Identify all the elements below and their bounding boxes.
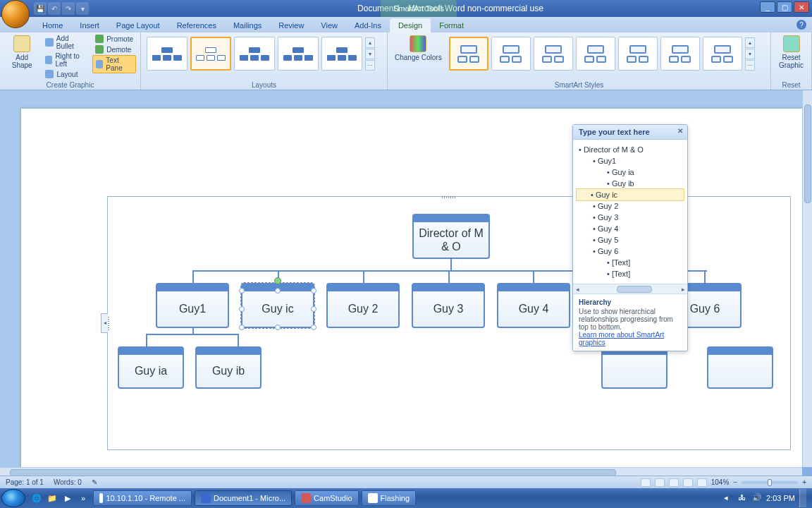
node-blank-2[interactable] — [707, 346, 773, 389]
ql-more-icon[interactable]: » — [76, 490, 90, 506]
styles-more[interactable]: ⋯ — [745, 60, 755, 71]
minimize-button[interactable]: _ — [760, 1, 775, 13]
explorer-icon[interactable]: 📁 — [45, 490, 59, 506]
zoom-thumb[interactable] — [768, 479, 772, 486]
scroll-right-icon[interactable]: ▸ — [679, 285, 687, 294]
network-icon[interactable]: 🖧 — [738, 493, 748, 503]
view-full-screen[interactable] — [655, 478, 665, 487]
office-button[interactable] — [1, 0, 30, 28]
tab-add-ins[interactable]: Add-Ins — [346, 18, 390, 32]
word-count[interactable]: Words: 0 — [54, 478, 82, 486]
task-camstudio[interactable]: CamStudio — [295, 490, 358, 506]
text-pane[interactable]: Type your text here ✕ Director of M & O … — [572, 124, 688, 351]
maximize-button[interactable]: ▢ — [777, 1, 792, 13]
layouts-scroll-down[interactable]: ▾ — [365, 49, 375, 59]
scroll-thumb[interactable] — [617, 286, 652, 293]
resize-handle[interactable] — [311, 325, 316, 330]
tray-icon[interactable]: ◂ — [724, 493, 734, 503]
style-option-7[interactable] — [703, 37, 742, 71]
demote-button[interactable]: Demote — [92, 44, 136, 54]
text-pane-item[interactable]: Guy 4 — [579, 223, 682, 234]
node-guy-ic[interactable]: Guy ic — [241, 283, 314, 328]
layout-option-5[interactable] — [321, 37, 362, 71]
resize-handle[interactable] — [311, 306, 316, 312]
hscroll-thumb[interactable] — [10, 469, 616, 476]
view-draft[interactable] — [697, 478, 707, 487]
resize-handle[interactable] — [239, 288, 245, 294]
tab-home[interactable]: Home — [34, 18, 71, 32]
resize-handle[interactable] — [275, 288, 281, 294]
text-pane-item[interactable]: Guy 2 — [579, 200, 682, 212]
task-flashing[interactable]: Flashing — [362, 490, 417, 506]
task-word[interactable]: Document1 - Micro... — [195, 490, 292, 506]
volume-icon[interactable]: 🔊 — [752, 493, 762, 503]
tab-references[interactable]: References — [168, 18, 225, 32]
view-outline[interactable] — [683, 478, 693, 487]
style-option-4[interactable] — [576, 37, 615, 71]
node-guy2[interactable]: Guy 2 — [326, 283, 400, 328]
text-pane-item[interactable]: Guy 3 — [579, 212, 682, 223]
task-remote[interactable]: 10.10.1.10 - Remote ... — [93, 490, 192, 506]
styles-scroll-up[interactable]: ▴ — [745, 37, 755, 48]
node-director[interactable]: Director of M & O — [412, 214, 490, 259]
tab-page-layout[interactable]: Page Layout — [108, 18, 168, 32]
zoom-slider[interactable] — [742, 481, 798, 484]
show-desktop[interactable] — [799, 489, 806, 507]
qat-customize-icon[interactable]: ▾ — [76, 2, 89, 15]
text-pane-item[interactable]: Guy ia — [579, 167, 682, 178]
resize-handle[interactable] — [311, 288, 316, 294]
rotation-handle[interactable] — [274, 277, 281, 284]
style-option-2[interactable] — [491, 37, 531, 71]
layouts-more[interactable]: ⋯ — [365, 60, 375, 71]
text-pane-item-selected[interactable]: Guy ic — [576, 188, 684, 201]
promote-button[interactable]: Promote — [92, 34, 136, 44]
close-button[interactable]: ✕ — [794, 1, 809, 13]
tab-format[interactable]: Format — [431, 18, 472, 32]
reset-graphic-button[interactable]: Reset Graphic — [775, 34, 807, 71]
text-pane-item[interactable]: [Text] — [579, 268, 682, 279]
node-guy3[interactable]: Guy 3 — [412, 283, 485, 328]
style-option-6[interactable] — [660, 37, 700, 71]
text-pane-item[interactable]: Guy ib — [579, 178, 682, 189]
text-pane-item[interactable]: Guy 5 — [579, 234, 682, 246]
layout-button[interactable]: Layout — [42, 69, 90, 79]
text-pane-item[interactable]: [Text] — [579, 257, 682, 268]
tab-view[interactable]: View — [312, 18, 346, 32]
smartart-canvas[interactable]: ◂ Director of M & O Guy1 Guy ic Guy 2 Gu… — [107, 196, 791, 450]
media-icon[interactable]: ▶ — [61, 490, 75, 506]
learn-more-link[interactable]: Learn more about SmartArt graphics — [579, 331, 664, 346]
add-bullet-button[interactable]: Add Bullet — [42, 34, 90, 51]
layout-option-2[interactable] — [190, 37, 231, 71]
view-print-layout[interactable] — [641, 478, 651, 487]
node-guy-ib[interactable]: Guy ib — [195, 346, 262, 389]
start-button[interactable] — [1, 489, 25, 507]
help-icon[interactable]: ? — [796, 20, 806, 30]
ie-icon[interactable]: 🌐 — [30, 490, 44, 506]
zoom-percent[interactable]: 104% — [711, 478, 730, 486]
page-indicator[interactable]: Page: 1 of 1 — [6, 478, 44, 486]
canvas-handle-top[interactable] — [442, 196, 456, 198]
vertical-scrollbar[interactable] — [802, 90, 812, 467]
resize-handle[interactable] — [239, 306, 245, 312]
text-pane-close[interactable]: ✕ — [676, 128, 684, 136]
tab-design[interactable]: Design — [390, 18, 431, 32]
text-pane-item[interactable]: Director of M & O — [579, 144, 682, 155]
add-shape-button[interactable]: Add Shape — [4, 34, 39, 71]
text-pane-item[interactable]: Guy 6 — [579, 246, 682, 257]
style-option-5[interactable] — [618, 37, 658, 71]
clock[interactable]: 2:03 PM — [766, 494, 795, 502]
zoom-out-icon[interactable]: − — [733, 478, 737, 486]
vscroll-thumb[interactable] — [804, 104, 811, 203]
node-guy1[interactable]: Guy1 — [156, 283, 229, 328]
layout-option-3[interactable] — [234, 37, 275, 71]
layout-option-1[interactable] — [147, 37, 187, 71]
undo-icon[interactable]: ↶ — [48, 2, 61, 15]
styles-scroll-down[interactable]: ▾ — [745, 49, 755, 59]
resize-handle[interactable] — [239, 325, 245, 330]
scroll-left-icon[interactable]: ◂ — [573, 285, 582, 294]
resize-handle[interactable] — [275, 325, 281, 330]
right-to-left-button[interactable]: Right to Left — [42, 52, 90, 68]
style-option-1[interactable] — [449, 37, 488, 71]
tab-insert[interactable]: Insert — [71, 18, 108, 32]
node-blank-1[interactable] — [601, 346, 668, 389]
